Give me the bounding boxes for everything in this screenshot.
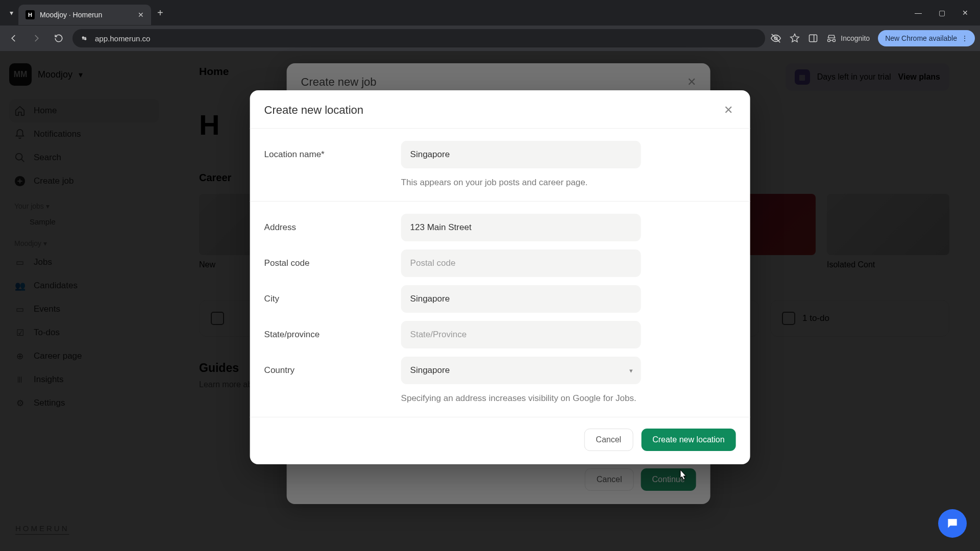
modal-title: Create new location	[264, 104, 363, 117]
create-location-modal: Create new location ✕ Location name* Thi…	[250, 90, 750, 464]
address-label: Address	[264, 222, 401, 233]
new-tab-button[interactable]: +	[151, 7, 169, 19]
country-label: Country	[264, 365, 401, 375]
browser-tab[interactable]: H Moodjoy · Homerun ✕	[18, 5, 151, 25]
app-viewport: MM Moodjoy ▾ Home Notifications Search C…	[0, 51, 980, 551]
location-name-input[interactable]	[401, 141, 641, 168]
city-label: City	[264, 294, 401, 304]
svg-rect-3	[810, 35, 817, 41]
nav-reload-button[interactable]	[50, 30, 67, 47]
intercom-chat-button[interactable]	[938, 509, 967, 538]
eye-off-icon[interactable]	[770, 33, 781, 44]
postal-input[interactable]	[401, 249, 641, 277]
location-name-hint: This appears on your job posts and caree…	[401, 177, 641, 189]
svg-point-1	[85, 38, 86, 40]
window-minimize-icon[interactable]: —	[914, 9, 923, 17]
favicon: H	[26, 10, 35, 19]
address-input[interactable]	[401, 214, 641, 241]
side-panel-icon[interactable]	[808, 33, 818, 43]
nav-back-button[interactable]	[5, 30, 22, 47]
more-menu-icon[interactable]: ⋮	[961, 34, 968, 42]
address-hint: Specifying an address increases visibili…	[401, 392, 641, 405]
window-maximize-icon[interactable]: ▢	[937, 9, 946, 17]
cancel-button[interactable]: Cancel	[584, 429, 633, 451]
incognito-label: Incognito	[841, 34, 870, 42]
browser-toolbar: app.homerun.co Incognito New Chrome avai…	[0, 26, 980, 51]
svg-point-0	[82, 37, 84, 38]
tab-list-menu[interactable]: ▾	[4, 6, 18, 20]
location-name-label: Location name*	[264, 149, 401, 160]
close-icon[interactable]: ✕	[721, 103, 736, 118]
postal-label: Postal code	[264, 258, 401, 268]
state-label: State/province	[264, 330, 401, 340]
tab-close-icon[interactable]: ✕	[138, 11, 144, 19]
chrome-update-button[interactable]: New Chrome available ⋮	[878, 30, 975, 46]
city-input[interactable]	[401, 285, 641, 313]
tab-title: Moodjoy · Homerun	[40, 11, 133, 19]
incognito-indicator[interactable]: Incognito	[826, 33, 870, 43]
site-settings-icon[interactable]	[80, 34, 89, 43]
window-close-icon[interactable]: ✕	[961, 9, 970, 17]
browser-tab-strip: ▾ H Moodjoy · Homerun ✕ + — ▢ ✕	[0, 0, 980, 26]
state-input[interactable]	[401, 321, 641, 348]
url-text: app.homerun.co	[95, 34, 150, 43]
nav-forward-button[interactable]	[28, 30, 45, 47]
chrome-update-label: New Chrome available	[885, 34, 957, 42]
bookmark-star-icon[interactable]	[790, 33, 800, 43]
country-select[interactable]: Singapore	[401, 357, 641, 384]
address-bar[interactable]: app.homerun.co	[72, 29, 765, 47]
create-location-button[interactable]: Create new location	[641, 429, 736, 451]
